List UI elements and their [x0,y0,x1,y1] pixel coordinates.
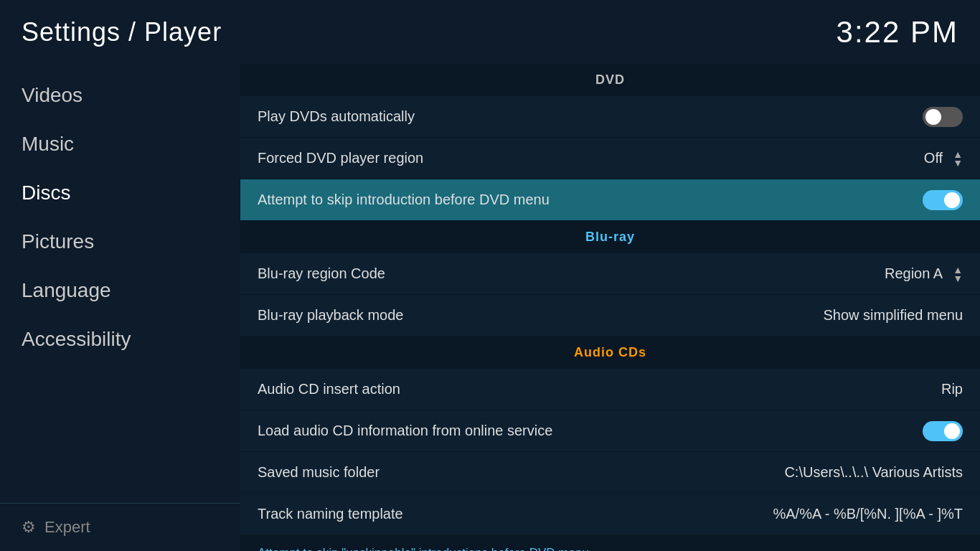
description-bar: Attempt to skip "unskippable" introducti… [240,535,980,551]
setting-row-bluray-playback-mode[interactable]: Blu-ray playback modeShow simplified men… [240,295,980,336]
setting-label-bluray-playback-mode: Blu-ray playback mode [258,307,403,324]
setting-label-saved-music-folder: Saved music folder [258,464,380,481]
page-title: Settings / Player [22,17,222,47]
expert-button[interactable]: ⚙ Expert [0,503,240,551]
setting-value-forced-dvd-region: Off▲▼ [924,150,963,167]
sidebar-item-language[interactable]: Language [0,266,240,315]
setting-value-track-naming-template: %A/%A - %B/[%N. ][%A - ]%T [773,506,963,522]
value-text-bluray-playback-mode: Show simplified menu [823,307,963,324]
content-area: DVDPlay DVDs automaticallyForced DVD pla… [240,64,980,551]
setting-label-track-naming-template: Track naming template [258,506,403,522]
setting-row-bluray-region-code[interactable]: Blu-ray region CodeRegion A▲▼ [240,253,980,295]
main-content: VideosMusicDiscsPicturesLanguageAccessib… [0,64,980,551]
toggle-knob [944,423,960,439]
value-text-forced-dvd-region: Off [924,150,943,166]
sidebar-item-music[interactable]: Music [0,120,240,169]
sidebar-item-accessibility[interactable]: Accessibility [0,315,240,364]
sidebar-item-videos[interactable]: Videos [0,71,240,120]
setting-value-bluray-playback-mode: Show simplified menu [823,307,963,324]
setting-value-saved-music-folder: C:\Users\..\..\ Various Artists [784,464,963,481]
setting-label-audio-cd-insert-action: Audio CD insert action [258,381,400,397]
setting-value-bluray-region-code: Region A▲▼ [885,265,963,283]
section-header-bluray: Blu-ray [240,221,980,253]
value-text-audio-cd-insert-action: Rip [941,381,963,397]
toggle-knob [944,192,960,208]
value-text-track-naming-template: %A/%A - %B/[%N. ][%A - ]%T [773,506,963,522]
expert-label: Expert [44,518,90,537]
arrows-bluray-region-code[interactable]: ▲▼ [953,265,963,283]
toggle-knob [925,109,941,125]
setting-value-audio-cd-insert-action: Rip [941,381,963,397]
arrow-down-icon[interactable]: ▼ [953,274,963,283]
setting-value-attempt-skip-intro[interactable] [923,190,963,210]
setting-row-audio-cd-insert-action[interactable]: Audio CD insert actionRip [240,369,980,410]
clock: 3:22 PM [837,15,958,50]
toggle-load-audio-cd-online[interactable] [923,421,963,441]
sidebar-item-discs[interactable]: Discs [0,169,240,217]
setting-row-saved-music-folder[interactable]: Saved music folderC:\Users\..\..\ Variou… [240,452,980,494]
setting-label-bluray-region-code: Blu-ray region Code [258,265,385,282]
setting-label-play-dvds-auto: Play DVDs automatically [258,108,415,125]
toggle-play-dvds-auto[interactable] [923,107,963,127]
section-header-dvd: DVD [240,64,980,96]
setting-label-attempt-skip-intro: Attempt to skip introduction before DVD … [258,192,550,208]
gear-icon: ⚙ [22,518,36,537]
setting-label-load-audio-cd-online: Load audio CD information from online se… [258,423,552,439]
setting-row-load-audio-cd-online[interactable]: Load audio CD information from online se… [240,410,980,452]
setting-value-load-audio-cd-online[interactable] [923,421,963,441]
sidebar-nav: VideosMusicDiscsPicturesLanguageAccessib… [0,71,240,503]
sidebar: VideosMusicDiscsPicturesLanguageAccessib… [0,64,240,551]
setting-row-play-dvds-auto[interactable]: Play DVDs automatically [240,96,980,138]
setting-value-play-dvds-auto[interactable] [923,107,963,127]
header: Settings / Player 3:22 PM [0,0,980,64]
value-text-bluray-region-code: Region A [885,265,943,282]
setting-label-forced-dvd-region: Forced DVD player region [258,150,423,166]
arrow-down-icon[interactable]: ▼ [953,159,963,167]
value-text-saved-music-folder: C:\Users\..\..\ Various Artists [784,464,963,481]
arrows-forced-dvd-region[interactable]: ▲▼ [953,150,963,167]
setting-row-attempt-skip-intro[interactable]: Attempt to skip introduction before DVD … [240,179,980,221]
sidebar-item-pictures[interactable]: Pictures [0,217,240,266]
toggle-attempt-skip-intro[interactable] [923,190,963,210]
setting-row-track-naming-template[interactable]: Track naming template%A/%A - %B/[%N. ][%… [240,494,980,535]
section-header-audiocds: Audio CDs [240,336,980,369]
setting-row-forced-dvd-region[interactable]: Forced DVD player regionOff▲▼ [240,138,980,179]
